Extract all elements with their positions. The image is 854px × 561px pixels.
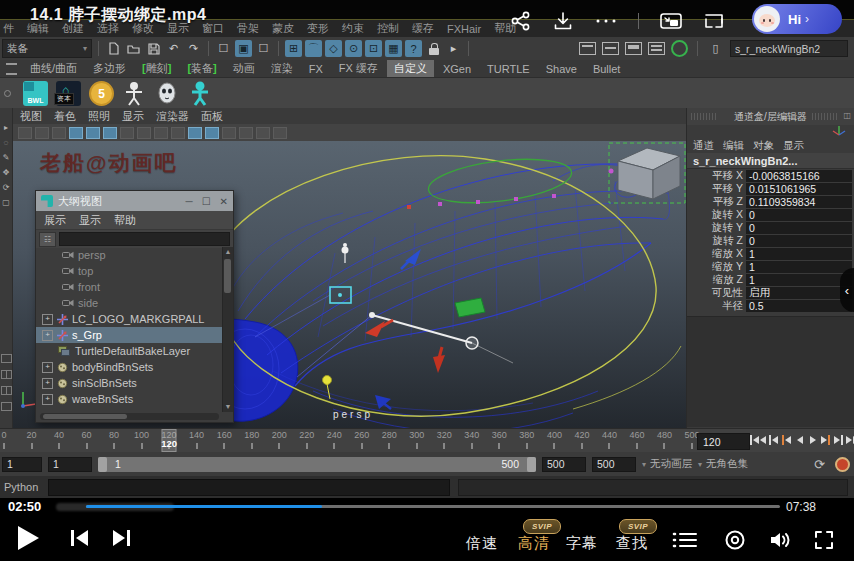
expand-icon[interactable]: + [42,330,53,341]
channel-box-menu-编辑[interactable]: 编辑 [723,139,744,153]
previous-video-button[interactable] [71,530,88,546]
shadows-icon[interactable] [239,127,253,139]
outliner-title-bar[interactable]: 大纲视图 ─ ☐ ✕ [36,191,233,211]
viewport-menu-照明[interactable]: 照明 [88,109,110,124]
playlist-icon[interactable] [672,531,698,549]
shelf-popup-icon[interactable] [4,90,11,97]
character-set-dropdown[interactable]: ▾ 无角色集 [698,457,748,471]
attribute-value-field[interactable]: 1 [746,261,852,273]
attribute-value-field[interactable]: 0 [746,222,852,234]
shelf-tab-FX[interactable]: FX [302,62,330,76]
expand-icon[interactable]: + [42,394,53,405]
textured-icon[interactable] [205,127,219,139]
close-icon[interactable]: ✕ [220,196,228,207]
snap-projected-center-icon[interactable]: ⊙ [345,40,362,57]
expand-icon[interactable]: + [42,362,53,373]
go-to-end-button[interactable] [846,432,854,448]
step-forward-frame-button[interactable] [833,432,844,448]
user-account-button[interactable]: Hi › [752,4,842,34]
outliner-menu-显示[interactable]: 显示 [79,213,101,228]
resolution-gate-icon[interactable] [103,127,117,139]
outliner-item-top[interactable]: top [36,263,223,279]
film-gate-icon[interactable] [86,127,100,139]
channel-box-menu-通道[interactable]: 通道 [693,139,714,153]
grid-icon[interactable] [69,127,83,139]
quality-button[interactable]: 高清 [518,534,550,553]
viewport-menu-着色[interactable]: 着色 [54,109,76,124]
ao-icon[interactable] [256,127,270,139]
animation-end-field[interactable]: 500 [592,457,636,472]
outliner-item-TurtleDefaultBakeLayer[interactable]: TurtleDefaultBakeLayer [36,343,223,359]
camera-attrs-icon[interactable] [18,127,32,139]
attribute-value-field[interactable]: 0 [746,209,852,221]
outliner-item-LC_LOGO_MARKGRPALL[interactable]: +LC_LOGO_MARKGRPALL [36,311,223,327]
find-button[interactable]: 查找 [616,534,648,553]
outliner-item-waveBnSets[interactable]: +waveBnSets [36,391,223,407]
outliner-search-input[interactable] [59,232,230,246]
open-scene-icon[interactable] [125,40,142,57]
select-object-icon[interactable]: ▣ [235,40,252,57]
select-component-icon[interactable]: ☐ [255,40,272,57]
outliner-menu-展示[interactable]: 展示 [44,213,66,228]
playback-start-field[interactable]: 1 [48,457,92,472]
cast-screen-icon[interactable] [703,10,727,32]
attribute-value-field[interactable]: 1 [746,248,852,260]
attribute-value-field[interactable]: 启用 [746,287,852,299]
bookmark-icon[interactable] [35,127,49,139]
viewport-menu-视图[interactable]: 视图 [20,109,42,124]
outliner-vertical-scrollbar[interactable]: ▲ ▼ [222,247,233,412]
scrollbar-thumb[interactable] [224,259,231,293]
step-back-frame-button[interactable] [768,432,779,448]
next-key-button[interactable] [820,432,831,448]
command-input-field[interactable] [48,479,450,496]
rotate-tool-icon[interactable]: ⟳ [3,184,10,192]
shelf-tab-曲线/曲面[interactable]: 曲线/曲面 [23,60,84,77]
viewport-menu-显示[interactable]: 显示 [122,109,144,124]
maximize-icon[interactable]: ☐ [202,196,211,207]
undo-icon[interactable]: ↶ [165,40,182,57]
share-icon[interactable] [510,10,532,32]
render-view-icon[interactable] [579,42,596,55]
outliner-window[interactable]: 大纲视图 ─ ☐ ✕ 展示显示帮助 ☷ persptopfrontside+LC… [35,190,234,423]
fullscreen-icon[interactable] [814,530,834,550]
image-plane-icon[interactable] [52,127,66,139]
shelf-icon-script[interactable]: ⌂ 资本 [56,81,81,106]
menu-item-变形[interactable]: 变形 [307,21,329,36]
outliner-horizontal-scrollbar[interactable] [40,413,219,420]
shelf-tab-XGen[interactable]: XGen [436,62,478,76]
play-backwards-button[interactable] [794,432,805,448]
minimize-icon[interactable]: ─ [186,196,193,207]
move-tool-icon[interactable]: ✥ [3,169,10,177]
snap-grid-icon[interactable]: ⊞ [285,40,302,57]
picture-in-picture-icon[interactable] [659,10,683,32]
channel-box-menu-显示[interactable]: 显示 [783,139,804,153]
channel-box-object-name[interactable]: s_r_neckWingBn2... [687,153,854,169]
download-icon[interactable] [552,10,574,32]
sidebar-toggle-icon[interactable]: ▯ [707,40,724,57]
go-to-start-button[interactable] [750,432,766,448]
menu-item-蒙皮[interactable]: 蒙皮 [272,21,294,36]
shaded-icon[interactable] [188,127,202,139]
expand-icon[interactable]: + [42,378,53,389]
shelf-icon-coin[interactable]: 5 [89,81,114,106]
volume-icon[interactable] [768,529,792,551]
shelf-tab-雕刻[interactable]: [雕刻] [135,60,178,77]
subtitles-button[interactable]: 字幕 [566,534,598,553]
layout-four-view-icon[interactable] [1,370,12,379]
playback-speed-button[interactable]: 倍速 [466,534,498,553]
shelf-tab-TURTLE[interactable]: TURTLE [480,62,537,76]
playback-options-icon[interactable]: ⟳ [814,457,825,472]
filter-icon[interactable]: ☷ [39,232,56,247]
shelf-tab-渲染[interactable]: 渲染 [264,60,300,77]
shelf-tab-动画[interactable]: 动画 [226,60,262,77]
shelf-tab-多边形[interactable]: 多边形 [86,60,133,77]
shelf-tab-自定义[interactable]: 自定义 [387,60,434,77]
redo-icon[interactable]: ↷ [185,40,202,57]
outliner-item-sinSclBnSets[interactable]: +sinSclBnSets [36,375,223,391]
scroll-up-icon[interactable]: ▲ [223,247,233,257]
range-start-handle[interactable] [98,457,107,472]
shelf-icon-cyan-character[interactable] [188,81,213,106]
outliner-item-s_Grp[interactable]: +s_Grp [36,327,223,343]
menu-item-约束[interactable]: 约束 [342,21,364,36]
attribute-value-field[interactable]: 0.0151061965 [746,183,852,195]
